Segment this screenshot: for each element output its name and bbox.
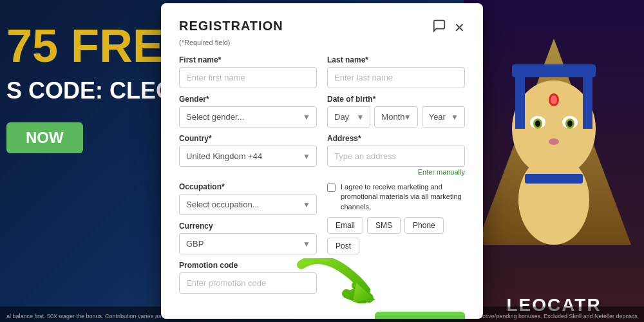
last-name-label: Last name* — [327, 55, 465, 64]
country-label: Country* — [179, 134, 317, 143]
gender-select-wrapper: Select gender... Male Female Other ▼ — [179, 106, 317, 128]
first-name-input[interactable] — [179, 67, 317, 88]
currency-select-wrapper: GBP ▼ — [179, 233, 317, 254]
agree-text-prefix: I am over 18 and agree to the — [193, 317, 287, 319]
currency-select[interactable]: GBP — [179, 233, 317, 254]
modal-overlay: REGISTRATION ✕ (*Required field) First n… — [0, 0, 644, 322]
dob-month-select[interactable]: Month — [374, 106, 417, 128]
marketing-label: I agree to receive marketing and promoti… — [341, 182, 465, 212]
dob-field: Date of birth* Day ▼ Month ▼ — [327, 95, 465, 128]
occupation-select[interactable]: Select occupation... — [179, 194, 317, 215]
last-name-input[interactable] — [327, 67, 465, 88]
modal-title: REGISTRATION — [179, 19, 283, 33]
post-channel-button[interactable]: Post — [327, 238, 359, 254]
last-name-field: Last name* — [327, 55, 465, 88]
dob-day-wrapper: Day ▼ — [327, 106, 370, 128]
marketing-checkbox[interactable] — [327, 184, 336, 192]
occupation-label: Occupation* — [179, 182, 317, 191]
first-name-field: First name* — [179, 55, 317, 88]
tc-link[interactable]: T&C — [287, 317, 301, 319]
privacy-link[interactable]: Privacy Policy — [305, 317, 349, 319]
green-arrow-icon — [295, 258, 379, 303]
country-select[interactable]: United Kingdom +44 — [179, 146, 317, 167]
address-label: Address* — [327, 134, 465, 143]
agree-text: I am over 18 and agree to the T&C, Priva… — [193, 317, 375, 319]
occupation-select-wrapper: Select occupation... ▼ — [179, 194, 317, 215]
modal-icon-group: ✕ — [432, 19, 465, 36]
dob-day-select[interactable]: Day — [327, 106, 370, 128]
bottom-row: I am over 18 and agree to the T&C, Priva… — [179, 307, 465, 319]
agree-section: I am over 18 and agree to the T&C, Priva… — [179, 317, 375, 319]
agree-and: and — [350, 317, 363, 319]
gender-label: Gender* — [179, 95, 317, 104]
dob-month-wrapper: Month ▼ — [374, 106, 417, 128]
country-field: Country* United Kingdom +44 ▼ — [179, 134, 317, 176]
chat-icon — [432, 19, 446, 33]
required-note: (*Required field) — [179, 39, 465, 46]
address-field: Address* Enter manually — [327, 134, 465, 176]
close-button[interactable]: ✕ — [454, 20, 465, 35]
marketing-section: I agree to receive marketing and promoti… — [327, 182, 465, 254]
submit-button[interactable]: Submit — [375, 312, 465, 319]
gender-select[interactable]: Select gender... Male Female Other — [179, 106, 317, 128]
dob-row: Day ▼ Month ▼ Year ▼ — [327, 106, 465, 128]
sms-channel-button[interactable]: SMS — [367, 217, 401, 234]
marketing-check-row: I agree to receive marketing and promoti… — [327, 182, 465, 212]
registration-modal: REGISTRATION ✕ (*Required field) First n… — [161, 3, 483, 319]
address-input[interactable] — [327, 146, 465, 167]
first-name-label: First name* — [179, 55, 317, 64]
chat-icon-button[interactable] — [432, 19, 446, 36]
dob-year-select[interactable]: Year — [422, 106, 465, 128]
dob-label: Date of birth* — [327, 95, 465, 104]
marketing-channels: Email SMS Phone Post — [327, 217, 465, 254]
modal-header: REGISTRATION ✕ — [179, 19, 465, 36]
email-channel-button[interactable]: Email — [327, 217, 363, 234]
occupation-field: Occupation* Select occupation... ▼ — [179, 182, 317, 215]
country-select-wrapper: United Kingdom +44 ▼ — [179, 146, 317, 167]
currency-label: Currency — [179, 222, 317, 231]
currency-field: Currency GBP ▼ — [179, 222, 317, 254]
dob-year-wrapper: Year ▼ — [422, 106, 465, 128]
phone-channel-button[interactable]: Phone — [404, 217, 444, 234]
enter-manually-link[interactable]: Enter manually — [327, 168, 465, 176]
gender-field: Gender* Select gender... Male Female Oth… — [179, 95, 317, 128]
